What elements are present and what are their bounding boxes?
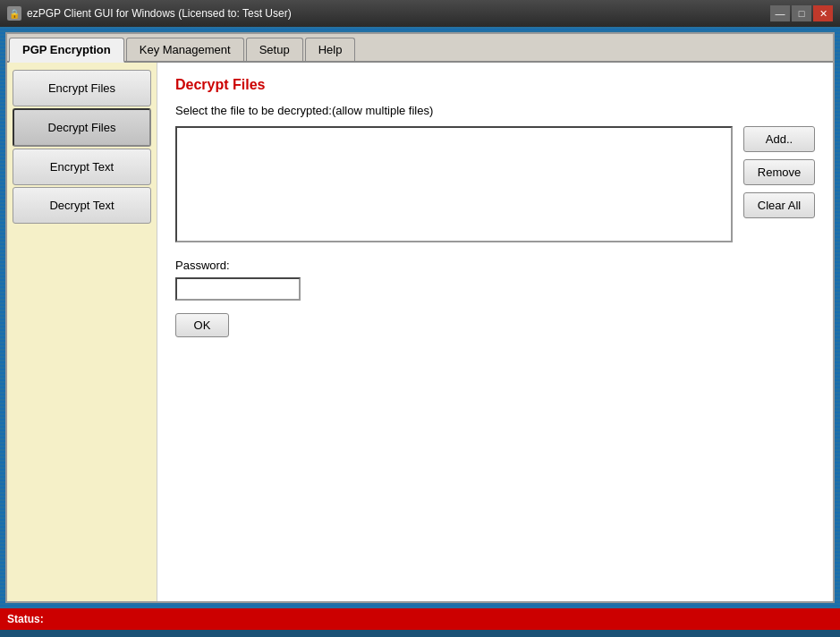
- clear-all-button[interactable]: Clear All: [743, 192, 815, 218]
- content-area: Encrypt Files Decrypt Files Encrypt Text…: [7, 63, 833, 601]
- window-frame: PGP Encryption Key Management Setup Help…: [5, 32, 835, 603]
- status-bar: Status:: [0, 608, 840, 630]
- sidebar: Encrypt Files Decrypt Files Encrypt Text…: [7, 63, 157, 601]
- panel-title: Decrypt Files: [175, 77, 815, 93]
- app-background: PGP Encryption Key Management Setup Help…: [0, 27, 840, 608]
- panel-description: Select the file to be decrypted:(allow m…: [175, 104, 815, 117]
- title-bar-left: 🔒 ezPGP Client GUI for Windows (Licensed…: [7, 6, 292, 21]
- close-button[interactable]: ✕: [813, 5, 833, 21]
- password-input[interactable]: [175, 277, 301, 301]
- tab-help[interactable]: Help: [305, 38, 356, 61]
- tab-key-management[interactable]: Key Management: [126, 38, 244, 61]
- window-title: ezPGP Client GUI for Windows (Licensed t…: [27, 7, 292, 20]
- add-button[interactable]: Add..: [743, 126, 815, 152]
- encrypt-text-button[interactable]: Encrypt Text: [13, 149, 151, 185]
- files-buttons: Add.. Remove Clear All: [743, 126, 815, 242]
- tab-bar: PGP Encryption Key Management Setup Help: [7, 34, 833, 63]
- title-bar-controls: — □ ✕: [770, 5, 833, 21]
- tab-setup[interactable]: Setup: [246, 38, 303, 61]
- files-listbox[interactable]: [175, 126, 733, 242]
- decrypt-files-button[interactable]: Decrypt Files: [13, 108, 151, 147]
- password-label: Password:: [175, 259, 815, 272]
- ok-button[interactable]: OK: [175, 313, 229, 337]
- decrypt-text-button[interactable]: Decrypt Text: [13, 187, 151, 224]
- app-icon: 🔒: [7, 6, 21, 21]
- encrypt-files-button[interactable]: Encrypt Files: [13, 70, 151, 106]
- maximize-button[interactable]: □: [792, 5, 811, 21]
- main-panel: Decrypt Files Select the file to be decr…: [157, 63, 833, 601]
- minimize-button[interactable]: —: [770, 5, 790, 21]
- remove-button[interactable]: Remove: [743, 159, 815, 185]
- status-label: Status:: [7, 613, 44, 625]
- tab-pgp-encryption[interactable]: PGP Encryption: [9, 38, 124, 63]
- files-area-wrapper: Add.. Remove Clear All: [175, 126, 815, 242]
- title-bar: 🔒 ezPGP Client GUI for Windows (Licensed…: [0, 0, 840, 27]
